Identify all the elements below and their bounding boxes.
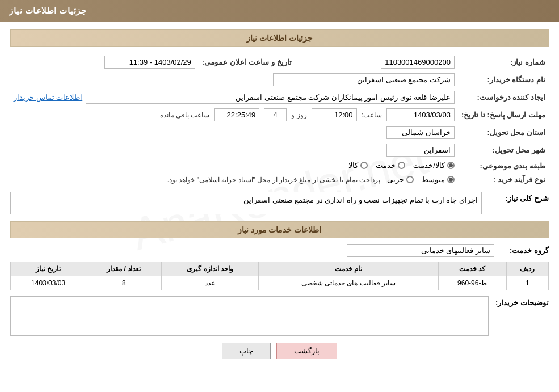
purchase-radio-group: متوسط جزیی — [387, 175, 455, 184]
col-name: نام خدمت — [258, 262, 438, 276]
table-row: نام دستگاه خریدار: شرکت مجتمع صنعتی اسفر… — [10, 71, 549, 88]
table-row: مهلت ارسال پاسخ: تا تاریخ: 1403/03/03 سا… — [10, 106, 549, 124]
province-value: خراسان شمالی — [386, 126, 455, 139]
table-header-row: ردیف کد خدمت نام خدمت واحد اندازه گیری ت… — [11, 262, 549, 276]
cell-qty: 8 — [86, 276, 162, 290]
service-group-label: گروه خدمت: — [498, 246, 549, 255]
creator-label: ایجاد کننده درخواست: — [458, 88, 549, 106]
creator-link[interactable]: اطلاعات تماس خریدار — [14, 93, 82, 102]
deadline-time: 12:00 — [312, 108, 357, 121]
category-option-khedmat[interactable]: خدمت — [376, 161, 405, 170]
buyer-desc-textarea[interactable] — [10, 296, 489, 336]
shomara-niaz-label: شماره نیاز: — [458, 53, 549, 71]
print-button[interactable]: چاپ — [222, 343, 271, 359]
deadline-date: 1403/03/03 — [386, 108, 455, 121]
category-option-kala-khedmat[interactable]: کالا/خدمت — [413, 161, 455, 170]
service-group-value: سایر فعالیتهای خدماتی — [347, 244, 494, 257]
radio-jozyi-icon — [406, 176, 414, 183]
announcement-label: تاریخ و ساعت اعلان عمومی: — [199, 53, 303, 71]
services-table: ردیف کد خدمت نام خدمت واحد اندازه گیری ت… — [10, 262, 549, 290]
remaining-value: 22:25:49 — [214, 108, 259, 121]
time-label: ساعت: — [362, 111, 382, 119]
purchase-option-jozyi[interactable]: جزیی — [387, 175, 414, 184]
col-unit: واحد اندازه گیری — [162, 262, 259, 276]
col-radif: ردیف — [506, 262, 548, 276]
table-row: ایجاد کننده درخواست: علیرضا قلعه نوی رئی… — [10, 88, 549, 106]
city-label: شهر محل تحویل: — [458, 141, 549, 159]
creator-value: علیرضا قلعه نوی رئیس امور پیمانکاران شرک… — [86, 91, 455, 104]
table-row: 1 ط-96-960 سایر فعالیت های خدماتی شخصی ع… — [11, 276, 549, 290]
page-header: جزئیات اطلاعات نیاز — [0, 0, 559, 22]
purchase-type-label: نوع فرآیند خرید : — [458, 173, 549, 186]
days-value: 4 — [264, 108, 287, 121]
table-row: استان محل تحویل: خراسان شمالی — [10, 124, 549, 141]
general-desc-value: اجرای چاه ارت با تمام تجهیزات نصب و راه … — [10, 192, 482, 214]
radio-kala-khedmat-icon — [447, 162, 455, 169]
purchase-note: پرداخت تمام یا بخشی از مبلغ خریدار از مح… — [167, 176, 380, 184]
radio-motavaset-icon — [447, 176, 455, 183]
cell-code: ط-96-960 — [438, 276, 506, 290]
section-title: جزئیات اطلاعات نیاز — [10, 29, 549, 47]
table-row: طبقه بندی موضوعی: کالا/خدمت خدمت — [10, 159, 549, 173]
cell-radif: 1 — [506, 276, 548, 290]
page-title: جزئیات اطلاعات نیاز — [9, 6, 86, 15]
buyer-desc-label: توضیحات خریدار: — [492, 296, 549, 307]
purchase-option-motavaset[interactable]: متوسط — [422, 175, 455, 184]
province-label: استان محل تحویل: — [458, 124, 549, 141]
radio-khedmat-icon — [398, 162, 405, 169]
buyer-desc-row: توضیحات خریدار: — [10, 296, 549, 336]
service-group-row: گروه خدمت: سایر فعالیتهای خدماتی — [10, 244, 549, 257]
nam-dastgah-label: نام دستگاه خریدار: — [458, 71, 549, 88]
col-date: تاریخ نیاز — [11, 262, 86, 276]
deadline-label: مهلت ارسال پاسخ: تا تاریخ: — [458, 106, 549, 124]
cell-date: 1403/03/03 — [11, 276, 86, 290]
cell-unit: عدد — [162, 276, 259, 290]
col-qty: تعداد / مقدار — [86, 262, 162, 276]
radio-kala-icon — [360, 162, 368, 169]
buttons-row: بازگشت چاپ — [10, 343, 549, 359]
remaining-label: ساعت باقی مانده — [160, 111, 210, 119]
category-radio-group: کالا/خدمت خدمت کالا — [348, 161, 455, 170]
back-button[interactable]: بازگشت — [276, 343, 337, 359]
info-table: شماره نیاز: 1103001469000200 تاریخ و ساع… — [10, 53, 549, 186]
category-label: طبقه بندی موضوعی: — [458, 159, 549, 173]
table-row: شهر محل تحویل: اسفراین — [10, 141, 549, 159]
announcement-value: 1403/02/29 - 11:39 — [104, 56, 195, 69]
category-option-kala[interactable]: کالا — [348, 161, 368, 170]
table-row: نوع فرآیند خرید : متوسط جزیی — [10, 173, 549, 186]
table-row: شماره نیاز: 1103001469000200 تاریخ و ساع… — [10, 53, 549, 71]
days-label: روز و — [291, 111, 306, 119]
general-desc-label: شرح کلی نیاز: — [486, 192, 549, 203]
shomara-niaz-value: 1103001469000200 — [381, 56, 455, 69]
nam-dastgah-value: شرکت مجتمع صنعتی اسفراین — [273, 73, 455, 86]
col-code: کد خدمت — [438, 262, 506, 276]
cell-name: سایر فعالیت های خدماتی شخصی — [258, 276, 438, 290]
city-value: اسفراین — [386, 144, 455, 157]
services-section-title: اطلاعات خدمات مورد نیاز — [10, 221, 549, 238]
